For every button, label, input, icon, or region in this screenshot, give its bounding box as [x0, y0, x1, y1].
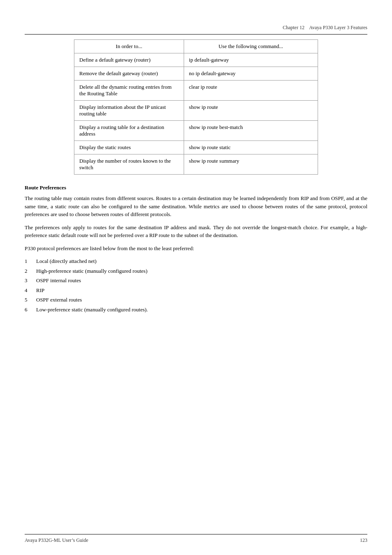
list-item-text: OSPF external routes — [36, 296, 82, 304]
paragraph-1: The routing table may contain routes fro… — [25, 194, 367, 219]
col1-header: In order to... — [74, 40, 184, 53]
table-cell-description: Display the static routes — [74, 141, 184, 154]
list-item: 1Local (directly attached net) — [25, 257, 367, 265]
list-item: 3OSPF internal routes — [25, 276, 367, 285]
table-row: Display the static routesshow ip route s… — [74, 141, 318, 154]
list-item-num: 4 — [25, 286, 33, 295]
table-row: Define a default gateway (router)ip defa… — [74, 53, 318, 67]
page-header: Chapter 12 Avaya P330 Layer 3 Features — [0, 0, 392, 34]
paragraph-3: P330 protocol preferences are listed bel… — [25, 244, 367, 253]
list-item: 5OSPF external routes — [25, 296, 367, 304]
chapter-title: Avaya P330 Layer 3 Features — [309, 25, 367, 30]
list-item-num: 5 — [25, 296, 33, 304]
table-cell-description: Display information about the IP unicast… — [74, 101, 184, 121]
header-text: Chapter 12 Avaya P330 Layer 3 Features — [283, 25, 367, 31]
table-cell-description: Remove the default gateway (router) — [74, 67, 184, 81]
col2-header: Use the following command... — [184, 40, 318, 53]
page: Chapter 12 Avaya P330 Layer 3 Features I… — [0, 0, 392, 555]
list-item: 2High-preference static (manually config… — [25, 267, 367, 275]
paragraph-2: The preferences only apply to routes for… — [25, 223, 367, 240]
list-item-num: 6 — [25, 306, 33, 314]
table-row: Display the number of routes known to th… — [74, 154, 318, 175]
table-header-row: In order to... Use the following command… — [74, 40, 318, 53]
table-cell-command: show ip route summary — [184, 154, 318, 175]
content-area: In order to... Use the following command… — [0, 39, 392, 343]
table-cell-description: Display a routing table for a destinatio… — [74, 121, 184, 141]
commands-table-container: In order to... Use the following command… — [74, 39, 318, 175]
footer-left: Avaya P332G-ML User’s Guide — [25, 537, 88, 543]
footer-right: 123 — [360, 537, 367, 543]
table-cell-description: Display the number of routes known to th… — [74, 154, 184, 175]
table-row: Remove the default gateway (router)no ip… — [74, 67, 318, 81]
table-row: Display a routing table for a destinatio… — [74, 121, 318, 141]
page-footer: Avaya P332G-ML User’s Guide 123 — [25, 537, 367, 543]
table-cell-command: no ip default-gateway — [184, 67, 318, 81]
protocol-list: 1Local (directly attached net)2High-pref… — [25, 257, 367, 313]
list-item: 6Low-preference static (manually configu… — [25, 306, 367, 314]
table-cell-command: clear ip route — [184, 81, 318, 101]
table-row: Display information about the IP unicast… — [74, 101, 318, 121]
commands-table: In order to... Use the following command… — [74, 39, 318, 175]
list-item: 4RIP — [25, 286, 367, 295]
list-item-text: Local (directly attached net) — [36, 257, 97, 265]
table-cell-command: show ip route — [184, 101, 318, 121]
header-rule — [25, 34, 367, 35]
table-cell-command: show ip route static — [184, 141, 318, 154]
route-preferences-heading: Route Preferences — [25, 184, 367, 191]
table-cell-command: show ip route best-match — [184, 121, 318, 141]
table-row: Delete all the dynamic routing entries f… — [74, 81, 318, 101]
paragraphs-container: The routing table may contain routes fro… — [25, 194, 367, 252]
list-item-num: 3 — [25, 276, 33, 285]
list-item-text: OSPF internal routes — [36, 276, 81, 285]
list-item-text: Low-preference static (manually configur… — [36, 306, 148, 314]
list-item-num: 1 — [25, 257, 33, 265]
list-item-num: 2 — [25, 267, 33, 275]
footer-rule — [25, 534, 367, 534]
table-cell-command: ip default-gateway — [184, 53, 318, 67]
list-item-text: RIP — [36, 286, 44, 295]
chapter-label: Chapter 12 — [283, 25, 304, 30]
list-item-text: High-preference static (manually configu… — [36, 267, 148, 275]
table-cell-description: Delete all the dynamic routing entries f… — [74, 81, 184, 101]
table-cell-description: Define a default gateway (router) — [74, 53, 184, 67]
